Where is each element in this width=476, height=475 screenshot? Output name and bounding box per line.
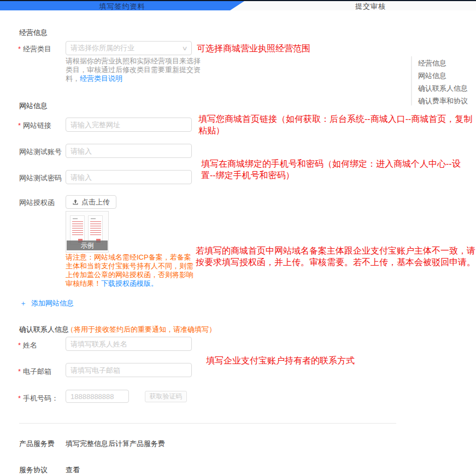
section-title-business-info: 经营信息	[19, 28, 48, 38]
add-website-info-label: 添加网站信息	[31, 299, 74, 307]
required-mark: *	[18, 367, 21, 376]
anchor-item-business-info[interactable]: 经营信息	[418, 58, 446, 68]
field-label-website-link: *网站链接	[18, 121, 51, 131]
annotation-auth-letter: 若填写的商城首页中网站域名备案主体跟企业支付宝账户主体不一致，请按要求填写授权函…	[196, 245, 476, 268]
auth-letter-sample-thumbnail[interactable]: 示例	[66, 211, 109, 253]
anchor-nav-rail	[411, 56, 412, 105]
contact-info-note: （将用于接收签约后的重要通知，请准确填写）	[67, 325, 216, 335]
anchor-item-rate-agreement[interactable]: 确认费率和协议	[418, 96, 468, 106]
get-sms-code-button[interactable]: 获取验证码	[145, 391, 187, 402]
step-submit-review[interactable]: 提交审核	[355, 2, 386, 11]
download-template-link[interactable]: 下载授权函模版。	[101, 279, 158, 288]
required-mark: *	[18, 45, 21, 53]
required-mark: *	[18, 121, 21, 130]
contact-phone-input[interactable]	[66, 390, 129, 403]
field-label-test-password: 网站测试密码	[19, 173, 62, 183]
business-category-select[interactable]: 请选择你所属的行业 ∨	[66, 41, 192, 55]
section-divider	[19, 423, 396, 424]
upload-button-label: 点击上传	[81, 197, 110, 207]
category-help-link[interactable]: 经营类目说明	[80, 74, 122, 83]
plus-icon: ＋	[20, 299, 27, 307]
field-label-test-account: 网站测试账号	[19, 147, 62, 157]
contact-name-input[interactable]	[66, 337, 192, 351]
website-test-account-input[interactable]	[66, 144, 192, 158]
step-fill-contract-info-label: 填写签约资料	[99, 2, 145, 11]
anchor-item-contact-info[interactable]: 确认联系人信息	[418, 84, 468, 93]
agreement-view-link[interactable]: 查看	[66, 465, 80, 475]
anchor-item-website-info[interactable]: 网站信息	[418, 71, 446, 81]
business-category-help: 请根据你的营业执照和实际经营项目来选择类目，审核通过后修改类目需要重新提交资料，…	[66, 57, 202, 83]
field-label-name: *姓名	[18, 341, 37, 350]
step-fill-contract-info[interactable]: 填写签约资料	[0, 1, 244, 10]
field-label-agreement: 服务协议	[19, 465, 48, 475]
sample-badge: 示例	[67, 241, 108, 250]
section-title-website-info: 网站信息	[19, 101, 48, 111]
upload-button[interactable]: 点击上传	[66, 195, 116, 209]
annotation-test-account: 填写在商城绑定的手机号和密码（如何绑定：进入商城个人中心--设置--绑定手机号和…	[201, 158, 469, 181]
upload-icon	[72, 199, 79, 206]
auth-letter-warning: 请注意：网站域名需经ICP备案，若备案主体和当前支付宝账号持有人不同，则需上传加…	[66, 253, 197, 288]
annotation-contact: 填写企业支付宝账户持有者的联系方式	[206, 355, 370, 366]
merchant-signup-form-page: 填写签约资料 提交审核 经营信息 网站信息 确认联系人信息 确认费率和协议 经营…	[0, 0, 476, 475]
contact-email-input[interactable]	[66, 363, 192, 377]
add-website-info-link[interactable]: ＋添加网站信息	[20, 298, 74, 308]
website-test-password-input[interactable]	[66, 170, 192, 184]
website-link-input[interactable]	[66, 118, 192, 132]
service-fee-value: 填写完整信息后计算产品服务费	[66, 439, 165, 449]
business-category-placeholder: 请选择你所属的行业	[70, 43, 183, 53]
chevron-down-icon: ∨	[181, 45, 187, 52]
steps-bar: 填写签约资料 提交审核	[0, 1, 476, 10]
annotation-website-link: 填写您商城首页链接（如何获取：后台系统--商城入口--商城首页，复制粘贴）	[198, 113, 474, 136]
required-mark: *	[18, 394, 21, 402]
annotation-business-category: 可选择商城营业执照经营范围	[197, 43, 322, 54]
section-title-contact-info: 确认联系人信息	[19, 325, 69, 335]
field-label-auth-letter: 网站授权函	[19, 198, 55, 208]
field-label-service-fee: 产品服务费	[19, 439, 55, 449]
field-label-business-category: *经营类目	[18, 44, 51, 54]
field-label-phone: *手机号码：	[18, 394, 58, 403]
field-label-email: *电子邮箱	[18, 367, 51, 377]
required-mark: *	[18, 341, 21, 349]
